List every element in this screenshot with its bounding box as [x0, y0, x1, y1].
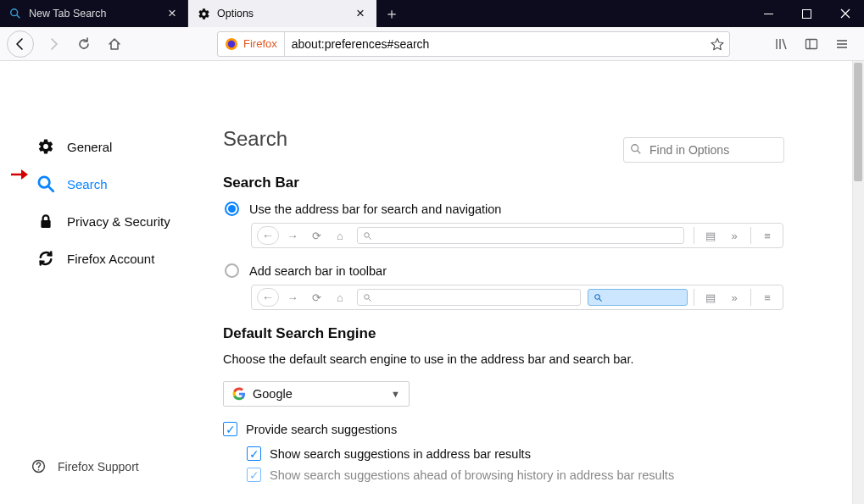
- radio-icon: [225, 263, 239, 278]
- google-icon: [232, 387, 246, 401]
- menu-icon: ≡: [757, 288, 778, 307]
- reload-icon: ⟳: [306, 226, 326, 245]
- annotation-arrow-icon: [11, 169, 30, 180]
- svg-point-26: [365, 294, 370, 299]
- sidebar-item-label: Privacy & Security: [67, 214, 170, 229]
- forward-button[interactable]: [41, 31, 66, 57]
- radio-separate-search-bar[interactable]: Add search bar in toolbar: [223, 263, 788, 278]
- vertical-scrollbar[interactable]: [852, 61, 864, 504]
- checkbox-label: Show search suggestions ahead of browsin…: [270, 468, 674, 482]
- search-icon: [363, 231, 372, 241]
- new-tab-button[interactable]: ＋: [376, 0, 407, 27]
- close-icon[interactable]: ×: [354, 7, 367, 20]
- svg-point-0: [11, 9, 18, 16]
- svg-line-1: [17, 15, 20, 19]
- lock-icon: [36, 213, 55, 229]
- bookmark-star-icon[interactable]: [705, 37, 729, 51]
- gear-icon: [197, 7, 210, 20]
- sync-icon: [36, 250, 55, 267]
- back-icon: ←: [257, 288, 279, 307]
- checkbox-suggest-in-urlbar[interactable]: ✓ Show search suggestions in address bar…: [247, 446, 788, 461]
- app-menu-button[interactable]: [829, 31, 855, 57]
- gear-icon: [36, 138, 55, 155]
- close-button[interactable]: [826, 0, 864, 27]
- radio-icon: [225, 202, 239, 216]
- url-text: about:preferences#search: [285, 37, 705, 51]
- back-icon: ←: [257, 226, 279, 245]
- checkbox-icon: ✓: [223, 422, 237, 436]
- sidebar-icon: ▤: [700, 288, 721, 307]
- sidebar-item-label: Firefox Account: [67, 252, 154, 266]
- radio-label: Add search bar in toolbar: [249, 264, 387, 278]
- checkbox-label: Show search suggestions in address bar r…: [270, 447, 531, 461]
- reload-button[interactable]: [71, 31, 97, 57]
- checkbox-suggest-first-partial[interactable]: ✓ Show search suggestions ahead of brows…: [247, 468, 788, 482]
- sidebar-item-privacy[interactable]: Privacy & Security: [31, 202, 223, 240]
- sidebar-item-label: General: [67, 140, 112, 154]
- search-icon: [630, 143, 642, 155]
- default-engine-description: Choose the default search engine to use …: [223, 352, 788, 366]
- home-button[interactable]: [102, 31, 127, 57]
- find-in-options: [623, 137, 784, 163]
- checkbox-provide-suggestions[interactable]: ✓ Provide search suggestions: [223, 422, 788, 436]
- svg-rect-19: [41, 220, 50, 228]
- tab-new-tab-search[interactable]: New Tab Search ×: [0, 0, 188, 27]
- back-button[interactable]: [7, 30, 34, 58]
- preferences-sidebar: General Search Privacy & Security Firefo…: [0, 61, 223, 504]
- menu-icon: ≡: [757, 226, 778, 245]
- default-engine-select[interactable]: Google ▼: [223, 381, 410, 407]
- toolbar-preview-separate: ← → ⟳ ⌂ ▤ » ≡: [251, 285, 783, 310]
- identity-box[interactable]: Firefox: [218, 32, 285, 56]
- svg-point-24: [365, 232, 370, 237]
- window-controls: [750, 0, 864, 27]
- svg-line-18: [48, 186, 53, 191]
- chevron-icon: »: [724, 226, 744, 245]
- tab-label: Options: [217, 8, 354, 19]
- radio-address-bar[interactable]: Use the address bar for search and navig…: [223, 202, 788, 216]
- content-area: General Search Privacy & Security Firefo…: [0, 61, 864, 504]
- checkbox-icon: ✓: [247, 446, 261, 461]
- forward-icon: →: [282, 288, 303, 307]
- library-button[interactable]: [768, 31, 794, 57]
- maximize-button[interactable]: [788, 0, 826, 27]
- find-in-options-input[interactable]: [623, 137, 784, 163]
- forward-icon: →: [282, 226, 303, 245]
- selected-engine-label: Google: [253, 387, 293, 401]
- urlbar-mock: [357, 289, 581, 306]
- reload-icon: ⟳: [306, 288, 326, 307]
- section-heading-default-engine: Default Search Engine: [223, 325, 788, 342]
- identity-label: Firefox: [243, 37, 277, 50]
- svg-point-22: [632, 145, 638, 152]
- svg-point-28: [595, 294, 600, 299]
- preferences-main: Search Search Bar Use the address bar fo…: [223, 61, 864, 504]
- sidebar-button[interactable]: [799, 31, 824, 57]
- support-label: Firefox Support: [58, 460, 139, 474]
- sidebar-item-general[interactable]: General: [31, 128, 223, 165]
- svg-line-10: [783, 39, 786, 49]
- sidebar-item-account[interactable]: Firefox Account: [31, 240, 223, 277]
- tab-strip: New Tab Search × Options × ＋: [0, 0, 864, 27]
- chevron-down-icon: ▼: [391, 389, 400, 399]
- urlbar-mock: [357, 227, 684, 244]
- checkbox-label: Provide search suggestions: [246, 423, 397, 436]
- search-icon: [594, 293, 603, 302]
- svg-rect-11: [806, 39, 817, 48]
- close-icon[interactable]: ×: [165, 7, 179, 20]
- sidebar-item-label: Search: [67, 177, 108, 191]
- sidebar-icon: ▤: [700, 226, 721, 245]
- tab-options[interactable]: Options ×: [188, 0, 376, 27]
- sidebar-item-search[interactable]: Search: [31, 165, 223, 202]
- section-heading-search-bar: Search Bar: [223, 174, 788, 191]
- url-bar[interactable]: Firefox about:preferences#search: [217, 31, 730, 57]
- checkbox-icon: ✓: [247, 468, 261, 482]
- svg-rect-3: [803, 9, 811, 18]
- radio-label: Use the address bar for search and navig…: [249, 202, 501, 216]
- scrollbar-thumb[interactable]: [854, 63, 862, 181]
- sidebar-support-link[interactable]: Firefox Support: [31, 459, 139, 474]
- home-icon: ⌂: [330, 288, 350, 307]
- toolbar-preview-combined: ← → ⟳ ⌂ ▤ » ≡: [251, 223, 783, 248]
- tab-label: New Tab Search: [29, 8, 165, 19]
- search-icon: [8, 7, 22, 20]
- svg-line-29: [599, 298, 602, 301]
- minimize-button[interactable]: [750, 0, 788, 27]
